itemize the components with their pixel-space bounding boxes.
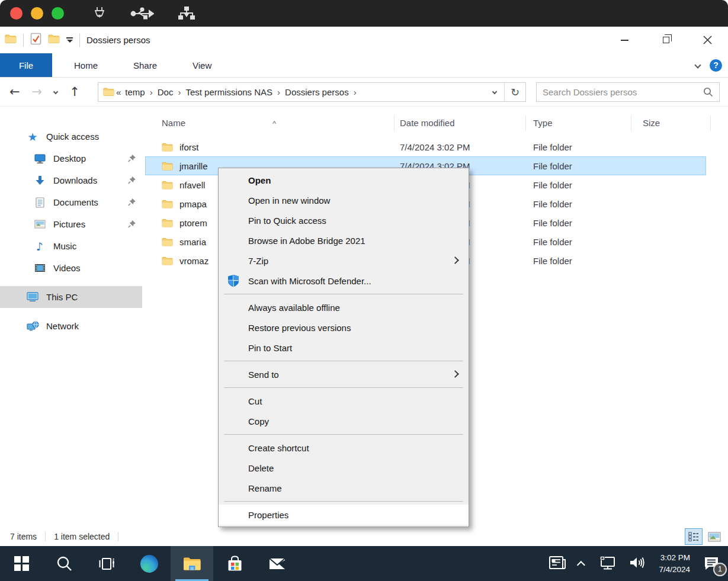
folder-icon [162, 200, 173, 208]
file-name: smaria [179, 237, 206, 247]
menu-item-7zip[interactable]: 7-Zip [219, 251, 469, 271]
column-header-date-modified[interactable]: Date modified [395, 118, 526, 133]
network-nodes-icon[interactable] [178, 6, 195, 21]
network-tray-icon[interactable] [598, 555, 616, 573]
news-widget-icon[interactable] [549, 556, 566, 572]
search-box[interactable] [536, 82, 720, 102]
sidebar-item-pictures[interactable]: Pictures [0, 213, 142, 235]
documents-icon [33, 197, 46, 208]
qat-properties-icon[interactable] [30, 33, 41, 47]
zoom-window-icon[interactable] [52, 7, 64, 20]
menu-separator [224, 501, 463, 502]
status-separator [45, 532, 46, 541]
menu-item-copy[interactable]: Copy [219, 411, 469, 431]
breadcrumb-dossiers-persos[interactable]: Dossiers persos [283, 87, 351, 97]
details-view-button[interactable] [685, 528, 703, 545]
address-dropdown-icon[interactable] [485, 83, 504, 101]
taskbar-search-button[interactable] [43, 546, 85, 581]
close-button[interactable] [687, 27, 728, 53]
menu-item-rename[interactable]: Rename [219, 478, 469, 498]
address-bar[interactable]: « temp › Doc › Test permissions NAS › Do… [98, 82, 526, 102]
start-button[interactable] [0, 546, 43, 581]
tab-share[interactable]: Share [120, 53, 171, 77]
menu-item-properties[interactable]: Properties [219, 505, 469, 525]
usb-icon[interactable] [130, 7, 154, 21]
minimize-button[interactable] [604, 27, 645, 53]
minimize-window-icon[interactable] [31, 7, 43, 20]
file-row-iforst[interactable]: iforst 7/4/2024 3:02 PM File folder [145, 137, 706, 156]
quick-access-star-icon: ★ [26, 130, 39, 143]
restore-button[interactable] [645, 27, 687, 53]
back-button[interactable]: ← [9, 86, 20, 98]
sidebar-item-desktop[interactable]: Desktop [0, 147, 142, 169]
customize-qat-dropdown-icon[interactable] [66, 37, 73, 43]
breadcrumb-separator-icon[interactable]: › [351, 87, 359, 97]
network-icon [26, 321, 39, 332]
minimize-icon [621, 40, 628, 41]
defender-shield-icon [226, 274, 240, 290]
volume-icon[interactable] [629, 556, 646, 572]
column-header-type[interactable]: Type [526, 118, 631, 133]
tab-view[interactable]: View [179, 53, 225, 77]
expand-ribbon-icon[interactable] [694, 62, 701, 68]
sidebar-item-videos[interactable]: Videos [0, 257, 142, 279]
menu-item-cut[interactable]: Cut [219, 391, 469, 411]
file-explorer-button[interactable] [171, 546, 213, 581]
column-header-size[interactable]: Size [631, 118, 711, 133]
qat-new-folder-icon[interactable] [48, 34, 60, 46]
menu-separator [224, 434, 463, 435]
menu-item-pin-to-start[interactable]: Pin to Start [219, 338, 469, 358]
breadcrumb-doc[interactable]: Doc [155, 87, 176, 97]
sidebar-item-downloads[interactable]: Downloads [0, 169, 142, 191]
breadcrumb-temp[interactable]: temp [123, 87, 147, 97]
menu-item-pin-to-quick-access[interactable]: Pin to Quick access [219, 210, 469, 230]
power-plug-icon[interactable] [92, 6, 107, 21]
up-button[interactable]: ↑ [69, 86, 80, 98]
menu-item-send-to[interactable]: Send to [219, 364, 469, 384]
mail-button[interactable] [256, 546, 299, 581]
collapsed-crumbs-icon[interactable]: « [114, 87, 123, 97]
task-view-button[interactable] [85, 546, 128, 581]
menu-item-restore-previous-versions[interactable]: Restore previous versions [219, 317, 469, 338]
downloads-icon [33, 175, 46, 186]
menu-item-browse-in-adobe-bridge[interactable]: Browse in Adobe Bridge 2021 [219, 230, 469, 251]
menu-item-open[interactable]: Open [219, 170, 469, 190]
folder-icon [162, 219, 173, 227]
breadcrumb-test-permissions-nas[interactable]: Test permissions NAS [183, 87, 275, 97]
sidebar-item-music[interactable]: ♪ Music [0, 235, 142, 257]
menu-item-scan-with-defender[interactable]: Scan with Microsoft Defender... [219, 271, 469, 291]
breadcrumb-separator-icon[interactable]: › [275, 87, 283, 97]
edge-button[interactable] [128, 546, 171, 581]
hidden-icons-chevron-icon[interactable] [577, 561, 585, 569]
search-input[interactable] [537, 87, 703, 97]
refresh-icon[interactable]: ↻ [505, 86, 525, 98]
sidebar-item-quick-access[interactable]: ★ Quick access [0, 126, 142, 147]
file-name: vromaz [179, 256, 209, 266]
sidebar-item-this-pc[interactable]: This PC [0, 286, 142, 308]
menu-item-always-available-offline[interactable]: Always available offline [219, 297, 469, 317]
menu-item-delete[interactable]: Delete [219, 458, 469, 478]
sidebar-item-network[interactable]: Network [0, 315, 142, 337]
thumbnail-view-button[interactable] [705, 528, 723, 545]
column-divider[interactable] [710, 115, 711, 131]
taskbar-clock[interactable]: 3:02 PM 7/4/2024 [659, 552, 690, 575]
menu-item-open-in-new-window[interactable]: Open in new window [219, 190, 469, 210]
action-center-button[interactable]: 1 [703, 556, 720, 572]
tab-file[interactable]: File [0, 53, 52, 77]
breadcrumb-separator-icon[interactable]: › [147, 87, 155, 97]
taskbar: 3:02 PM 7/4/2024 1 [0, 546, 728, 581]
breadcrumb-separator-icon[interactable]: › [175, 87, 183, 97]
toolbar-separator [23, 34, 24, 47]
store-button[interactable] [213, 546, 256, 581]
close-window-icon[interactable] [10, 7, 23, 20]
tab-home[interactable]: Home [60, 53, 111, 77]
menu-item-create-shortcut[interactable]: Create shortcut [219, 438, 469, 458]
folder-icon [162, 162, 173, 171]
sidebar-item-documents[interactable]: Documents [0, 191, 142, 213]
forward-button[interactable]: → [32, 86, 43, 98]
column-header-name[interactable]: ^ Name [145, 118, 395, 133]
help-icon[interactable]: ? [710, 59, 722, 72]
menu-separator [224, 361, 463, 361]
search-icon[interactable] [703, 87, 719, 97]
recent-locations-icon[interactable] [53, 89, 58, 94]
